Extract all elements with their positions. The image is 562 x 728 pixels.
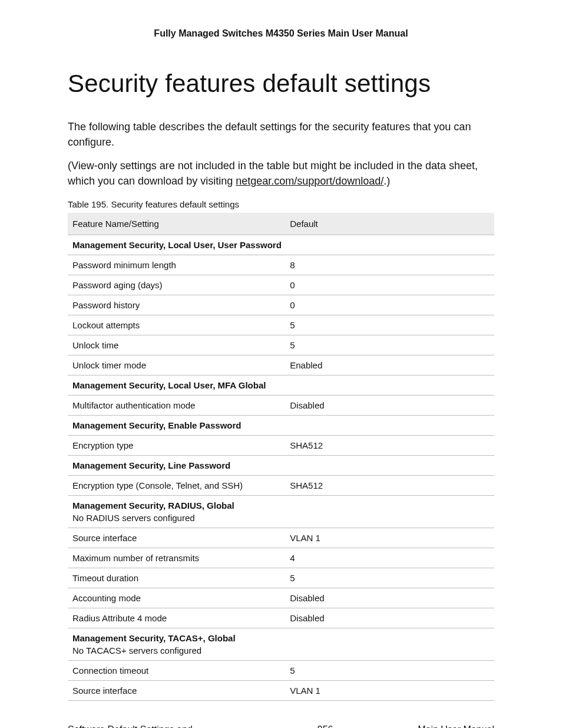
group-label: Management Security, Local User, User Pa…	[68, 235, 494, 255]
support-download-link[interactable]: netgear.com/support/download/	[236, 175, 384, 187]
group-label: Management Security, Local User, MFA Glo…	[68, 375, 494, 396]
feature-cell: Radius Attribute 4 mode	[68, 608, 285, 628]
feature-cell: Timeout duration	[68, 568, 285, 588]
default-cell: VLAN 1	[285, 528, 494, 548]
default-cell: Disabled	[285, 588, 494, 608]
table-group-row: Management Security, TACAS+, GlobalNo TA…	[68, 628, 494, 661]
table-header-row: Feature Name/Setting Default	[68, 213, 494, 235]
table-group-row: Management Security, Local User, User Pa…	[68, 235, 494, 255]
table-row: Encryption type (Console, Telnet, and SS…	[68, 476, 494, 496]
table-row: Password history0	[68, 295, 494, 315]
feature-cell: Unlock timer mode	[68, 355, 285, 375]
default-cell: VLAN 1	[285, 681, 494, 701]
default-cell: SHA512	[285, 436, 494, 456]
page-footer: Software Default Settings and Hardware S…	[68, 724, 494, 728]
feature-cell: Multifactor authentication mode	[68, 396, 285, 416]
column-default: Default	[285, 213, 494, 235]
group-subtext: No RADIUS servers configured	[72, 513, 490, 523]
default-cell: 0	[285, 295, 494, 315]
table-row: Password aging (days)0	[68, 275, 494, 295]
table-group-row: Management Security, Line Password	[68, 456, 494, 476]
default-cell: 5	[285, 661, 494, 681]
intro-paragraph: The following table describes the defaul…	[68, 119, 494, 150]
note-suffix: .)	[384, 175, 390, 187]
table-row: Radius Attribute 4 modeDisabled	[68, 608, 494, 628]
feature-cell: Unlock time	[68, 335, 285, 355]
feature-cell: Password history	[68, 295, 285, 315]
footer-manual-title: Main User Manual	[418, 724, 494, 728]
feature-cell: Source interface	[68, 681, 285, 701]
table-row: Connection timeout5	[68, 661, 494, 681]
default-cell: 5	[285, 568, 494, 588]
table-row: Source interfaceVLAN 1	[68, 681, 494, 701]
default-cell: 8	[285, 255, 494, 275]
feature-cell: Accounting mode	[68, 588, 285, 608]
group-label: Management Security, RADIUS, Global	[72, 500, 490, 510]
table-group-row: Management Security, Local User, MFA Glo…	[68, 375, 494, 396]
default-cell: 5	[285, 315, 494, 335]
feature-cell: Connection timeout	[68, 661, 285, 681]
table-row: Password minimum length8	[68, 255, 494, 275]
view-only-note: (View-only settings are not included in …	[68, 158, 494, 189]
default-cell: Enabled	[285, 355, 494, 375]
table-row: Accounting modeDisabled	[68, 588, 494, 608]
default-cell: Disabled	[285, 608, 494, 628]
group-label: Management Security, Enable Password	[68, 416, 494, 436]
table-row: Encryption typeSHA512	[68, 436, 494, 456]
group-label: Management Security, TACAS+, Global	[72, 633, 490, 643]
table-row: Unlock time5	[68, 335, 494, 355]
table-group-row: Management Security, Enable Password	[68, 416, 494, 436]
footer-page-number: 956	[318, 724, 333, 728]
table-row: Source interfaceVLAN 1	[68, 528, 494, 548]
feature-cell: Password minimum length	[68, 255, 285, 275]
table-row: Unlock timer modeEnabled	[68, 355, 494, 375]
feature-cell: Encryption type	[68, 436, 285, 456]
table-row: Lockout attempts5	[68, 315, 494, 335]
footer-section-title: Software Default Settings and Hardware S…	[68, 724, 233, 728]
default-cell: 0	[285, 275, 494, 295]
group-label: Management Security, Line Password	[68, 456, 494, 476]
table-group-row: Management Security, RADIUS, GlobalNo RA…	[68, 496, 494, 528]
default-cell: Disabled	[285, 396, 494, 416]
table-row: Multifactor authentication modeDisabled	[68, 396, 494, 416]
feature-cell: Source interface	[68, 528, 285, 548]
default-cell: 5	[285, 335, 494, 355]
settings-table: Feature Name/Setting Default Management …	[68, 213, 494, 701]
document-header: Fully Managed Switches M4350 Series Main…	[68, 28, 494, 39]
page-title: Security features default settings	[68, 70, 494, 98]
feature-cell: Maximum number of retransmits	[68, 548, 285, 568]
default-cell: SHA512	[285, 476, 494, 496]
column-feature: Feature Name/Setting	[68, 213, 285, 235]
feature-cell: Password aging (days)	[68, 275, 285, 295]
table-row: Maximum number of retransmits4	[68, 548, 494, 568]
default-cell: 4	[285, 548, 494, 568]
table-caption: Table 195. Security features default set…	[68, 199, 494, 209]
table-row: Timeout duration5	[68, 568, 494, 588]
feature-cell: Lockout attempts	[68, 315, 285, 335]
page: Fully Managed Switches M4350 Series Main…	[0, 0, 562, 728]
feature-cell: Encryption type (Console, Telnet, and SS…	[68, 476, 285, 496]
group-subtext: No TACACS+ servers configured	[72, 645, 490, 655]
